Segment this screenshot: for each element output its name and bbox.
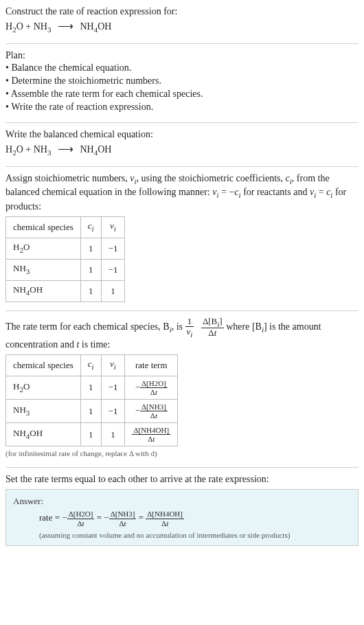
rate-term-section: The rate term for each chemical species,… bbox=[5, 315, 359, 463]
plan-bullet: • Determine the stoichiometric numbers. bbox=[5, 75, 359, 88]
dBi-dt-fraction: Δ[Bi] Δt bbox=[201, 317, 224, 339]
assign-text: Assign stoichiometric numbers, νi, using… bbox=[5, 172, 359, 214]
plan-title: Plan: bbox=[5, 49, 359, 62]
set-equal-section: Set the rate terms equal to each other t… bbox=[5, 472, 359, 550]
rate-term-table: chemical species ci νi rate term H2O 1 −… bbox=[5, 354, 178, 447]
set-equal-text: Set the rate terms equal to each other t… bbox=[5, 473, 359, 486]
plan-bullet: • Balance the chemical equation. bbox=[5, 62, 359, 75]
answer-label: Answer: bbox=[13, 495, 351, 508]
divider bbox=[5, 310, 359, 311]
prompt-section: Construct the rate of reaction expressio… bbox=[5, 4, 359, 39]
reactant-2: NH3 bbox=[34, 21, 52, 32]
divider bbox=[5, 467, 359, 468]
col-species: chemical species bbox=[6, 216, 81, 238]
prompt-text: Construct the rate of reaction expressio… bbox=[5, 5, 359, 19]
table-row: H2O 1 −1 −Δ[H2O]Δt bbox=[6, 376, 178, 399]
divider bbox=[5, 166, 359, 167]
col-ci: ci bbox=[80, 216, 101, 238]
table-row: NH3 1 −1 −Δ[NH3]Δt bbox=[6, 399, 178, 422]
unbalanced-equation: H2O + NH3 ⟶ NH4OH bbox=[5, 19, 359, 35]
table-header-row: chemical species ci νi rate term bbox=[6, 354, 178, 376]
reaction-arrow-icon: ⟶ bbox=[54, 19, 78, 34]
infinitesimal-note: (for infinitesimal rate of change, repla… bbox=[5, 448, 359, 459]
product-1: NH4OH bbox=[80, 21, 111, 32]
answer-note: (assuming constant volume and no accumul… bbox=[13, 530, 351, 541]
rate-expression: rate = −Δ[H2O]Δt = −Δ[NH3]Δt = Δ[NH4OH]Δ… bbox=[13, 510, 351, 527]
table-row: NH3 1 −1 bbox=[6, 259, 125, 280]
balanced-section: Write the balanced chemical equation: H2… bbox=[5, 127, 359, 162]
plus-sign: + bbox=[23, 21, 34, 32]
balanced-title: Write the balanced chemical equation: bbox=[5, 128, 359, 141]
table-header-row: chemical species ci νi bbox=[6, 216, 125, 238]
answer-box: Answer: rate = −Δ[H2O]Δt = −Δ[NH3]Δt = Δ… bbox=[5, 489, 359, 547]
table-row: NH4OH 1 1 bbox=[6, 280, 125, 302]
plan-bullet: • Assemble the rate term for each chemic… bbox=[5, 88, 359, 101]
col-nui: νi bbox=[101, 216, 125, 238]
rate-term-text: The rate term for each chemical species,… bbox=[5, 317, 359, 352]
reactant-1: H2O bbox=[5, 21, 23, 32]
assign-section: Assign stoichiometric numbers, νi, using… bbox=[5, 171, 359, 306]
one-over-nu-fraction: 1 νi bbox=[185, 317, 194, 339]
plan-bullet: • Write the rate of reaction expression. bbox=[5, 101, 359, 114]
plan-section: Plan: • Balance the chemical equation. •… bbox=[5, 48, 359, 118]
stoich-table: chemical species ci νi H2O 1 −1 NH3 1 −1… bbox=[5, 216, 125, 302]
divider bbox=[5, 43, 359, 44]
reaction-arrow-icon: ⟶ bbox=[54, 141, 78, 157]
balanced-equation: H2O + NH3 ⟶ NH4OH bbox=[5, 141, 359, 158]
divider bbox=[5, 122, 359, 123]
table-row: NH4OH 1 1 Δ[NH4OH]Δt bbox=[6, 422, 178, 446]
table-row: H2O 1 −1 bbox=[6, 238, 125, 259]
